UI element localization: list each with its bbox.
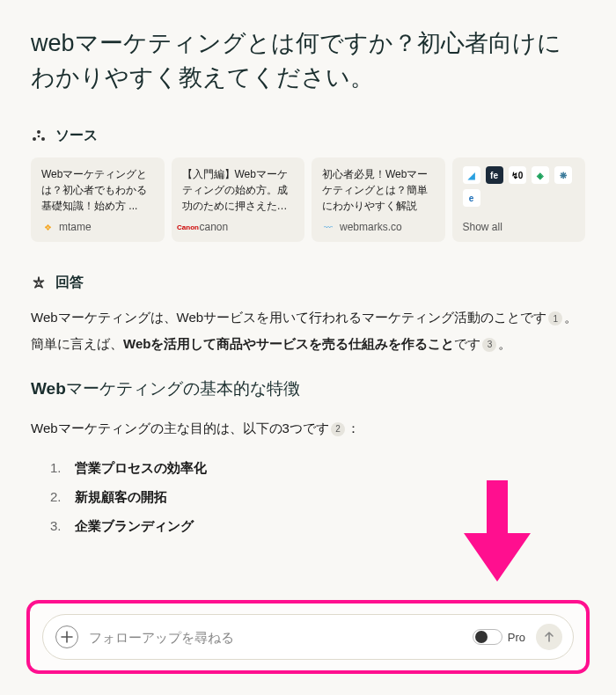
arrow-down-icon [458,480,537,589]
svg-point-0 [37,130,40,134]
add-button[interactable] [55,626,78,648]
source-title: Webマーケティングとは？初心者でもわかる基礎知識！始め方 ... [41,166,154,214]
submit-button[interactable] [536,624,562,650]
svg-point-1 [33,137,36,141]
source-domain: webmarks.co [340,221,402,233]
pro-label: Pro [508,631,525,644]
source-card[interactable]: 【入門編】Webマーケティングの始め方。成功のために押さえたい ... Cano… [172,157,305,242]
citation-badge[interactable]: 3 [482,338,496,352]
citation-badge[interactable]: 2 [331,422,345,436]
sources-label: ソース [55,127,98,145]
source-card[interactable]: Webマーケティングとは？初心者でもわかる基礎知識！始め方 ... ❖ mtam… [31,157,165,242]
followup-bar: Pro [42,614,574,660]
source-meta: ❖ mtame [41,221,154,233]
favicon-icon: ◈ [532,166,549,184]
sub-heading: Webマーケティングの基本的な特徴 [31,377,585,400]
answer-icon [31,275,47,291]
svg-point-2 [41,137,45,141]
source-meta: Canon canon [182,221,295,233]
favicons-grid: ◢fe↯0◈❋e [463,166,576,207]
favicon-icon: e [463,189,480,207]
followup-input[interactable] [89,630,462,645]
answer-header: 回答 [31,274,585,292]
source-domain: mtame [59,221,92,233]
query-title: webマーケティングとは何ですか？初心者向けにわかりやすく教えてください。 [31,26,585,95]
showall-label: Show all [463,221,502,233]
toggle-switch[interactable] [473,629,502,645]
followup-highlight: Pro [26,600,590,674]
source-domain: canon [200,221,229,233]
favicon-icon: ◢ [463,166,480,184]
svg-point-3 [38,135,40,137]
favicon-icon: Canon [182,221,194,233]
sources-header: ソース [31,127,585,145]
source-title: 初心者必見！Webマーケティングとは？簡単にわかりやすく解説 [322,166,435,214]
source-card[interactable]: 初心者必見！Webマーケティングとは？簡単にわかりやすく解説 〰 webmark… [312,157,445,242]
favicon-icon: fe [486,166,503,184]
list-intro: Webマーケティングの主な目的は、以下の3つです2： [31,416,585,442]
answer-paragraph: Webマーケティングは、Webサービスを用いて行われるマーケティング活動のことで… [31,304,585,356]
sources-row: Webマーケティングとは？初心者でもわかる基礎知識！始め方 ... ❖ mtam… [31,157,585,242]
sources-icon [31,128,47,144]
pro-toggle[interactable]: Pro [473,629,525,645]
source-meta: 〰 webmarks.co [322,221,435,233]
citation-badge[interactable]: 1 [548,311,562,326]
source-card-showall[interactable]: ◢fe↯0◈❋e Show all [452,157,586,242]
favicon-icon: 〰 [322,221,334,233]
favicon-icon: ❋ [554,166,572,184]
favicon-icon: ❖ [41,221,54,233]
favicon-icon: ↯0 [509,166,526,184]
source-title: 【入門編】Webマーケティングの始め方。成功のために押さえたい ... [182,166,295,214]
list-item: 1.営業プロセスの効率化 [50,453,585,482]
answer-label: 回答 [55,274,84,292]
